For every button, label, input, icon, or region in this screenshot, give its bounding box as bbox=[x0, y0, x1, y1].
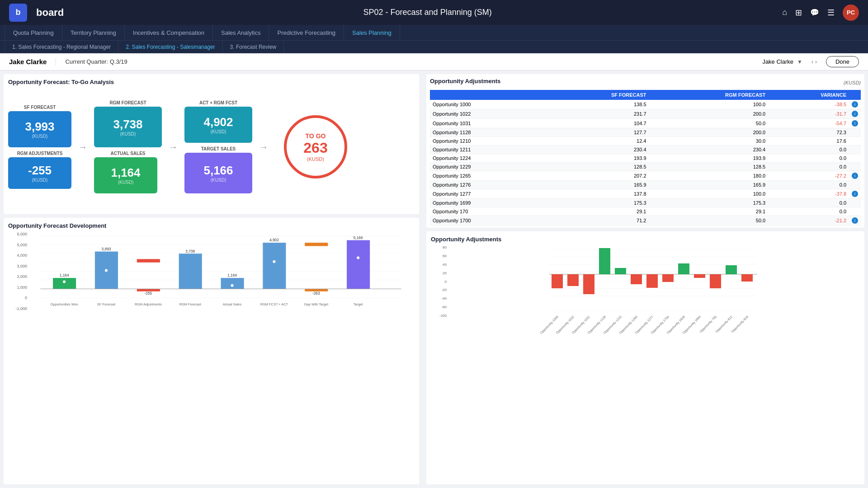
connector-1: → bbox=[78, 142, 87, 152]
rgm-forecast-value: 3,738 bbox=[113, 117, 142, 131]
cell-info[interactable] bbox=[849, 137, 861, 145]
chevron-down-icon[interactable]: ▼ bbox=[797, 59, 802, 65]
sf-forecast-label: SF FORECAST bbox=[8, 105, 71, 110]
target-sales-label: TARGET SALES bbox=[184, 146, 252, 151]
opp-bar-812 bbox=[726, 265, 737, 274]
avatar[interactable]: PC bbox=[843, 5, 859, 21]
cell-rgm: 100.0 bbox=[649, 100, 769, 109]
home-icon[interactable]: ⌂ bbox=[782, 8, 787, 17]
opp-bar-1894 bbox=[694, 274, 705, 278]
user-selector[interactable]: Jake Clarke ▼ bbox=[762, 58, 802, 65]
cell-info[interactable] bbox=[849, 199, 861, 207]
header-icons: ⌂ ⊞ 💬 ☰ PC bbox=[782, 5, 859, 21]
chat-icon[interactable]: 💬 bbox=[810, 8, 819, 17]
table-row: Opportunity 1277 137.8 100.0 -37.8 i bbox=[430, 189, 861, 199]
cell-info[interactable] bbox=[849, 163, 861, 171]
nav-item-analytics[interactable]: Sales Analytics bbox=[213, 25, 269, 41]
actual-sales-box: 1,164 (KUSD) bbox=[94, 157, 157, 193]
sf-forecast-value: 3,993 bbox=[25, 120, 54, 134]
cell-info[interactable] bbox=[849, 145, 861, 154]
target-sales-value: 5,166 bbox=[203, 164, 233, 178]
nav-item-incentives[interactable]: Incentives & Compensation bbox=[125, 25, 213, 41]
col-header-name bbox=[430, 90, 543, 100]
cell-variance: 72.3 bbox=[768, 128, 849, 137]
cell-info[interactable] bbox=[849, 207, 861, 216]
table-row: Opportunity 1700 71.2 50.0 -21.2 i bbox=[430, 216, 861, 225]
bar-rgm-forecast-label: 3,738 bbox=[185, 249, 195, 253]
cell-name: Opportunity 1229 bbox=[430, 163, 543, 171]
y-label-0: 0 bbox=[8, 296, 27, 300]
cell-info[interactable] bbox=[849, 181, 861, 189]
table-row: Opportunity 1699 175.3 175.3 0.0 bbox=[430, 199, 861, 207]
cell-info[interactable]: i bbox=[849, 109, 861, 119]
info-icon[interactable]: i bbox=[852, 173, 858, 179]
cell-rgm: 200.0 bbox=[649, 128, 769, 137]
act-rgm-fcst-box: 4,902 (KUSD) bbox=[184, 107, 252, 143]
connector-3: → bbox=[259, 142, 268, 152]
nav-item-sales-planning[interactable]: Sales Planning bbox=[344, 25, 400, 41]
page-title: SP02 - Forecast and Planning (SM) bbox=[82, 8, 773, 17]
opp-chart-container: Opportunity 1000 Opportunity 1022 Opport… bbox=[447, 245, 860, 329]
cell-rgm: 175.3 bbox=[649, 199, 769, 207]
sub-nav-regional[interactable]: 1. Sales Forecasting - Regional Manager bbox=[5, 41, 118, 53]
oy-40: 40 bbox=[431, 263, 447, 267]
target-sales-box: 5,166 (KUSD) bbox=[184, 153, 252, 193]
bar-gap-label: -263 bbox=[312, 291, 320, 296]
cell-name: Opportunity 1224 bbox=[430, 154, 543, 163]
cell-variance: 0.0 bbox=[768, 225, 849, 228]
x-label-1: Opportunities Won bbox=[51, 302, 78, 306]
cell-sf: 138.5 bbox=[543, 100, 649, 109]
cell-info[interactable] bbox=[849, 128, 861, 137]
selector-value: Jake Clarke bbox=[762, 58, 793, 65]
bar-gap-top bbox=[305, 243, 328, 246]
opp-bar-1210 bbox=[615, 268, 626, 274]
act-rgm-fcst-value: 4,902 bbox=[203, 115, 233, 129]
cell-info[interactable]: i bbox=[849, 189, 861, 199]
info-icon[interactable]: i bbox=[852, 217, 858, 224]
grid-icon[interactable]: ⊞ bbox=[795, 8, 802, 18]
user-bar: Jake Clarke Current Quarter: Q.3/19 Jake… bbox=[0, 53, 868, 70]
next-arrow-icon[interactable]: › bbox=[815, 59, 817, 65]
sub-nav-salesmanager[interactable]: 2. Sales Forecasting - Salesmanager bbox=[118, 41, 222, 53]
done-button[interactable]: Done bbox=[826, 56, 859, 67]
cell-info[interactable]: i bbox=[849, 171, 861, 181]
x-label-7: Gap With Target bbox=[304, 302, 328, 306]
x-label-8: Target bbox=[354, 302, 363, 306]
main-content: Opportunity Forecast: To-Go Analysis SF … bbox=[0, 70, 868, 488]
bar-target-label: 5,166 bbox=[354, 235, 363, 240]
cell-rgm: 193.9 bbox=[649, 154, 769, 163]
nav-item-territory[interactable]: Territory Planning bbox=[62, 25, 125, 41]
cell-info[interactable]: i bbox=[849, 100, 861, 109]
info-icon[interactable]: i bbox=[852, 111, 858, 117]
bar-target-dot bbox=[356, 256, 359, 259]
nav-item-predictive[interactable]: Predictive Forecasting bbox=[269, 25, 344, 41]
info-icon[interactable]: i bbox=[852, 191, 858, 197]
info-icon[interactable]: i bbox=[852, 120, 858, 127]
nav-item-quota[interactable]: Quota Planning bbox=[5, 25, 62, 41]
info-icon[interactable]: i bbox=[852, 101, 858, 108]
cell-rgm: 128.5 bbox=[649, 163, 769, 171]
cell-rgm: 230.4 bbox=[649, 145, 769, 154]
cell-info[interactable] bbox=[849, 225, 861, 228]
opp-bar-1277 bbox=[646, 274, 658, 288]
col-header-rgm: RGM FORECAST bbox=[649, 90, 769, 100]
cell-variance: -37.8 bbox=[768, 189, 849, 199]
opp-bar-1000 bbox=[552, 274, 563, 288]
sub-nav-review[interactable]: 3. Forecast Review bbox=[223, 41, 284, 53]
opp-adj-top-header: Opportunity Adjustments (KUSD) bbox=[430, 78, 861, 87]
menu-icon[interactable]: ☰ bbox=[827, 8, 835, 18]
opp-adj-top-title: Opportunity Adjustments bbox=[430, 78, 500, 84]
bar-rgm-act bbox=[263, 243, 286, 289]
prev-arrow-icon[interactable]: ‹ bbox=[811, 59, 813, 65]
cell-sf: 149.4 bbox=[543, 225, 649, 228]
cell-info[interactable]: i bbox=[849, 216, 861, 225]
logo-box: b bbox=[9, 4, 27, 22]
cell-sf: 104.7 bbox=[543, 119, 649, 128]
col-header-action bbox=[849, 90, 861, 100]
cell-name: Opportunity 1277 bbox=[430, 189, 543, 199]
opp-adj-bottom-title: Opportunity Adjustments bbox=[431, 236, 860, 243]
bar-rgm-forecast bbox=[179, 253, 202, 289]
bar-opp-won-label: 1,164 bbox=[60, 273, 69, 277]
cell-info[interactable]: i bbox=[849, 119, 861, 128]
cell-info[interactable] bbox=[849, 154, 861, 163]
